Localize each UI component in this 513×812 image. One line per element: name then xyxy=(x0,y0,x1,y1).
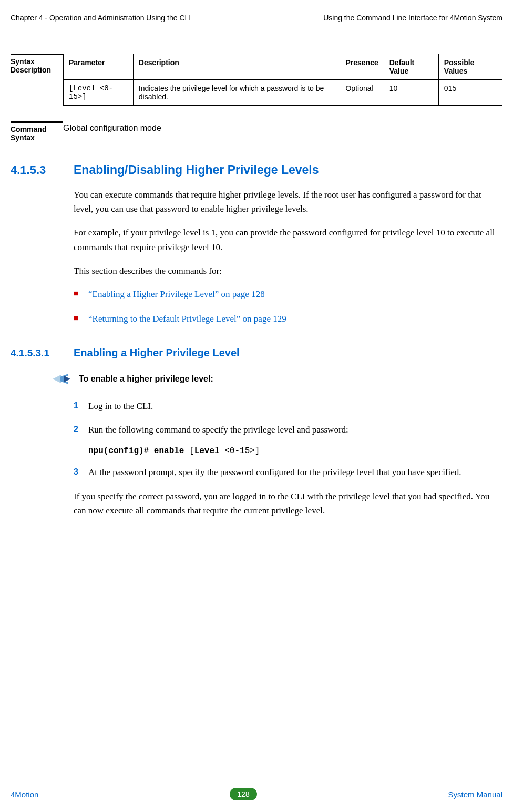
step-text: Log in to the CLI. xyxy=(88,401,153,411)
step-item: 1Log in to the CLI. xyxy=(74,399,502,413)
list-item[interactable]: “Returning to the Default Privilege Leve… xyxy=(74,312,502,326)
subsection-heading: 4.1.5.3.1 Enabling a Higher Privilege Le… xyxy=(11,347,502,359)
syntax-description-label: Syntax Description xyxy=(11,54,63,74)
footer-manual: System Manual xyxy=(448,790,502,799)
table-header-row: Parameter Description Presence Default V… xyxy=(64,54,502,80)
step-list-continued: 3At the password prompt, specify the pas… xyxy=(74,465,502,479)
paragraph: If you specify the correct password, you… xyxy=(74,489,502,518)
list-item[interactable]: “Enabling a Higher Privilege Level” on p… xyxy=(74,287,502,301)
col-possible: Possible Values xyxy=(438,54,502,80)
command-syntax-block: Command Syntax Global configuration mode xyxy=(11,121,502,142)
bullet-list: “Enabling a Higher Privilege Level” on p… xyxy=(74,287,502,326)
svg-marker-0 xyxy=(53,375,61,383)
page-header: Chapter 4 - Operation and Administration… xyxy=(11,14,502,22)
step-number: 3 xyxy=(74,465,78,479)
command-syntax-label: Command Syntax xyxy=(11,121,63,142)
step-text: At the password prompt, specify the pass… xyxy=(88,467,461,477)
cell-default: 10 xyxy=(384,80,438,106)
page-number-badge: 128 xyxy=(230,788,256,800)
step-item: 3At the password prompt, specify the pas… xyxy=(74,465,502,479)
command-syntax-mode: Global configuration mode xyxy=(63,121,502,133)
subsection-title: Enabling a Higher Privilege Level xyxy=(74,347,240,359)
cell-possible: 015 xyxy=(438,80,502,106)
col-description: Description xyxy=(133,54,340,80)
subsection-number: 4.1.5.3.1 xyxy=(11,347,74,359)
footer-product: 4Motion xyxy=(11,790,38,799)
step-number: 1 xyxy=(74,399,78,413)
procedure-header: To enable a higher privilege level: xyxy=(53,374,502,384)
cmd-bold: Level xyxy=(194,446,225,456)
cmd-text: <0-15>] xyxy=(224,446,260,456)
cell-parameter: [Level <0-15>] xyxy=(64,80,134,106)
syntax-description-table: Parameter Description Presence Default V… xyxy=(63,54,502,106)
step-list: 1Log in to the CLI. 2Run the following c… xyxy=(74,399,502,437)
page-footer: 4Motion 128 System Manual xyxy=(11,788,502,800)
cell-description: Indicates the privilege level for which … xyxy=(133,80,340,106)
section-heading: 4.1.5.3 Enabling/Disabling Higher Privil… xyxy=(11,163,502,177)
procedure-title: To enable a higher privilege level: xyxy=(79,374,213,384)
section-number: 4.1.5.3 xyxy=(11,163,74,177)
cmd-bold: npu(config)# enable xyxy=(88,446,189,456)
syntax-description-block: Syntax Description Parameter Description… xyxy=(11,54,502,106)
section-title: Enabling/Disabling Higher Privilege Leve… xyxy=(74,163,319,177)
paragraph: This section describes the commands for: xyxy=(74,264,502,278)
arrow-icon xyxy=(53,374,70,384)
svg-marker-2 xyxy=(64,376,70,382)
col-presence: Presence xyxy=(340,54,384,80)
header-right: Using the Command Line Interface for 4Mo… xyxy=(323,14,502,22)
col-default: Default Value xyxy=(384,54,438,80)
header-left: Chapter 4 - Operation and Administration… xyxy=(11,14,191,22)
step-number: 2 xyxy=(74,423,78,436)
step-item: 2Run the following command to specify th… xyxy=(74,423,502,437)
paragraph: You can execute commands that require hi… xyxy=(74,188,502,216)
paragraph: For example, if your privilege level is … xyxy=(74,225,502,254)
step-text: Run the following command to specify the… xyxy=(88,425,348,435)
command-block: npu(config)# enable [Level <0-15>] xyxy=(88,446,502,456)
cell-presence: Optional xyxy=(340,80,384,106)
col-parameter: Parameter xyxy=(64,54,134,80)
table-row: [Level <0-15>] Indicates the privilege l… xyxy=(64,80,502,106)
cmd-text: [ xyxy=(189,446,194,456)
